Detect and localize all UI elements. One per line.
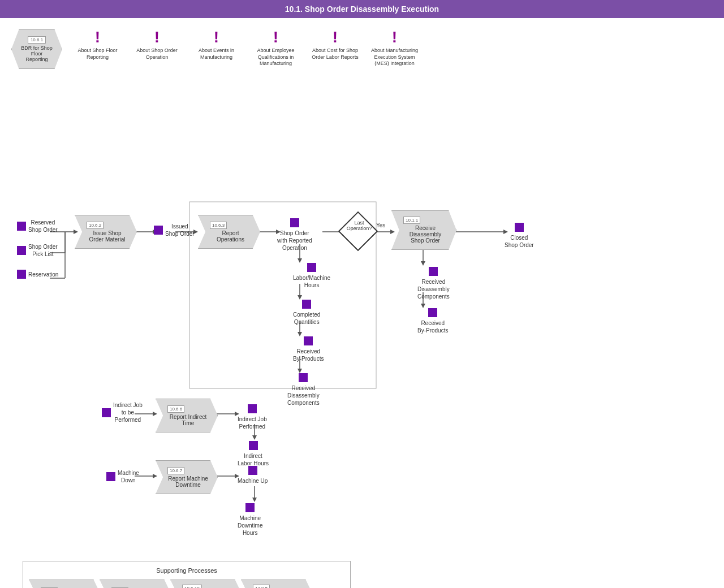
indirect-job: Indirect Jobto bePerformed	[102, 401, 143, 423]
labor-machine-icon	[307, 263, 316, 272]
closed-shop-order-icon	[515, 223, 524, 232]
reservation: Reservation	[17, 270, 58, 279]
svg-marker-43	[252, 498, 257, 502]
report-operations-label: ReportOperations	[217, 230, 244, 243]
bdr-shape: 10.6.1 BDR for Shop Floor Reporting	[11, 29, 62, 69]
closed-shop-order-label: ClosedShop Order	[505, 234, 534, 249]
svg-marker-23	[421, 304, 425, 308]
machine-mon-num: 10.6.10	[182, 585, 202, 589]
received-disassembly-left: ReceivedDisassemblyComponents	[287, 373, 320, 407]
exclamation-icon-3: !	[214, 29, 219, 45]
issued-shop-order-label: IssuedShop Order	[165, 223, 195, 237]
main-container: 10.1. Shop Order Disassembly Execution 1…	[0, 0, 724, 588]
indirect-labor-hours-icon	[249, 441, 258, 450]
page-title: 10.1. Shop Order Disassembly Execution	[0, 0, 724, 18]
received-by-products-right: ReceivedBy-Products	[417, 308, 448, 334]
shop-order-pick-list-label: Shop OrderPick List	[28, 243, 58, 258]
report-indirect-shape: 10.6.6 Report IndirectTime	[156, 399, 218, 433]
analyze-shop-order: 10.6.9 Analyze ShopOrder	[100, 580, 173, 588]
machine-down-label: MachineDown	[118, 469, 139, 484]
reserved-shop-order: ReservedShop Order	[17, 219, 58, 234]
svg-marker-31	[298, 369, 302, 373]
diagram-area: Yes	[11, 86, 690, 550]
reservation-icon	[17, 270, 26, 279]
exclamation-icon-6: !	[392, 29, 397, 45]
svg-marker-29	[298, 332, 302, 336]
machine-up-label: Machine Up	[238, 477, 268, 485]
labor-machine-label: Labor/MachineHours	[293, 274, 330, 289]
icon-label-2: About Shop Order Operation	[133, 47, 181, 60]
icon-label-5: About Cost for Shop Order Labor Reports	[311, 47, 359, 60]
icon-item-2: ! About Shop Order Operation	[133, 29, 181, 60]
issue-shop-order-shape: 10.6.2 Issue ShopOrder Material	[75, 215, 137, 249]
receive-disassembly-process: 10.1.1 ReceiveDisassemblyShop Order	[391, 210, 456, 250]
received-disassembly-left-label: ReceivedDisassemblyComponents	[287, 384, 320, 407]
icon-item-6: ! About Manufacturing Execution System (…	[370, 29, 419, 67]
report-operations-process: 10.6.3 ReportOperations	[198, 215, 260, 249]
machine-down-icon	[106, 472, 115, 481]
report-machine-label: Report MachineDowntime	[168, 475, 208, 488]
indirect-job-icon	[102, 408, 111, 417]
indirect-job-performed-icon	[248, 404, 257, 413]
shop-order-reported-icon	[290, 218, 299, 227]
received-disassembly-right: ReceivedDisassemblyComponents	[417, 267, 450, 300]
receive-disassembly-label: ReceiveDisassemblyShop Order	[410, 225, 442, 244]
indirect-labor-hours-label: IndirectLabor Hours	[238, 452, 269, 467]
supporting-processes-box: Supporting Processes 10.6.8 Maintain Sho…	[23, 561, 351, 588]
received-disassembly-left-icon	[299, 373, 308, 382]
icon-item-5: ! About Cost for Shop Order Labor Report…	[311, 29, 359, 60]
indirect-job-performed: Indirect JobPerformed	[238, 404, 267, 430]
reserved-shop-order-label: ReservedShop Order	[28, 219, 58, 234]
exclamation-icon-5: !	[333, 29, 338, 45]
indirect-job-performed-label: Indirect JobPerformed	[238, 416, 267, 430]
report-machine-num: 10.6.7	[167, 467, 184, 474]
machine-up: Machine Up	[238, 466, 268, 485]
top-icons-row: 10.6.1 BDR for Shop Floor Reporting ! Ab…	[11, 24, 713, 75]
bdr-badge: 10.6.1 BDR for Shop Floor Reporting	[11, 29, 62, 69]
machine-downtime-hours-label: MachineDowntimeHours	[238, 514, 262, 537]
report-operations-num: 10.6.3	[210, 222, 227, 229]
svg-marker-25	[298, 258, 302, 263]
received-by-products-left-icon	[304, 336, 313, 345]
receive-disassembly-shape: 10.1.1 ReceiveDisassemblyShop Order	[391, 210, 456, 250]
diamond-shape	[338, 211, 378, 252]
bdr-num: 10.6.1	[28, 36, 46, 44]
issue-shop-order-num: 10.6.2	[87, 222, 104, 229]
received-disassembly-right-icon	[429, 267, 438, 276]
received-disassembly-right-label: ReceivedDisassemblyComponents	[417, 278, 450, 300]
received-by-products-left-label: ReceivedBy-Products	[293, 348, 324, 362]
machine-down: MachineDown	[106, 469, 139, 484]
icon-label-4: About Employee Qualifications in Manufac…	[252, 47, 300, 67]
received-by-products-right-label: ReceivedBy-Products	[417, 319, 448, 334]
supporting-title: Supporting Processes	[29, 567, 344, 574]
svg-marker-37	[252, 435, 257, 440]
last-operation-diamond: LastOperation?	[344, 217, 372, 245]
issue-shop-order-process: 10.6.2 Issue ShopOrder Material	[75, 215, 137, 249]
issued-shop-order-icon	[154, 226, 163, 235]
indirect-labor-hours: IndirectLabor Hours	[238, 441, 269, 467]
icon-item-1: ! About Shop Floor Reporting	[74, 29, 122, 60]
icon-label-3: About Events in Manufacturing	[192, 47, 240, 60]
completed-quantities-icon	[302, 300, 311, 309]
icon-item-3: ! About Events in Manufacturing	[192, 29, 240, 60]
supporting-row: 10.6.8 Maintain ShopOrder 10.6.9 Analyze…	[29, 580, 344, 588]
create-mrb-num: 13.9.5	[253, 585, 270, 589]
svg-text:Yes: Yes	[376, 222, 385, 228]
report-indirect-label: Report IndirectTime	[170, 414, 207, 426]
shop-order-pick-list-icon	[17, 246, 26, 255]
labor-machine-hours: Labor/MachineHours	[293, 263, 330, 289]
completed-quantities-label: CompletedQuantities	[293, 311, 320, 326]
shop-order-pick-list: Shop OrderPick List	[17, 243, 58, 258]
icon-item-4: ! About Employee Qualifications in Manuf…	[252, 29, 300, 67]
create-material-review: 13.9.5 Create MaterialReview BoardCase	[241, 580, 314, 588]
issued-shop-order: IssuedShop Order	[154, 223, 195, 237]
machine-downtime-hours: MachineDowntimeHours	[238, 503, 262, 537]
reserved-shop-order-icon	[17, 222, 26, 231]
exclamation-icon-4: !	[273, 29, 278, 45]
header-title: 10.1. Shop Order Disassembly Execution	[285, 5, 439, 14]
exclamation-icon-1: !	[95, 29, 100, 45]
reservation-label: Reservation	[28, 271, 58, 278]
exclamation-icon-2: !	[154, 29, 160, 45]
report-machine-shape: 10.6.7 Report MachineDowntime	[156, 460, 218, 494]
closed-shop-order: ClosedShop Order	[505, 223, 534, 249]
